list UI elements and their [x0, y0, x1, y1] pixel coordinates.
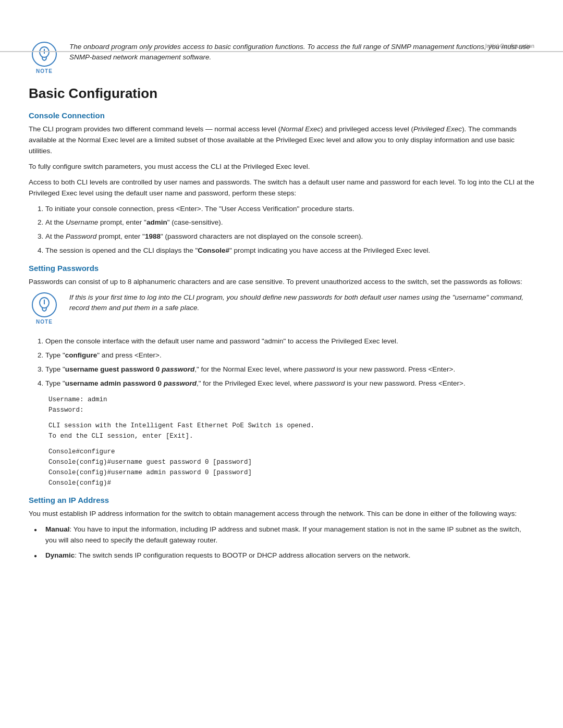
passwords-steps-list: Open the console interface with the defa…	[38, 336, 534, 389]
setting-ip-heading: Setting an IP Address	[29, 496, 534, 504]
setting-ip-para1: You must establish IP address informatio…	[29, 509, 534, 520]
console-para3: Access to both CLI levels are controlled…	[29, 177, 534, 199]
note-icon-wrap-1: NOTE	[29, 42, 60, 74]
setting-passwords-section: Setting Passwords Passwords can consist …	[29, 264, 534, 488]
setting-ip-bullets: Manual: You have to input the informatio…	[34, 524, 534, 561]
page-header: Initial Configuration	[485, 31, 534, 49]
header-section-label: Initial Configuration	[485, 43, 534, 49]
note-text-1: The onboard program only provides access…	[69, 42, 534, 63]
console-steps-list: To initiate your console connection, pre…	[38, 204, 534, 257]
note-label-1: NOTE	[36, 68, 53, 74]
svg-point-5	[44, 300, 45, 301]
passwords-step-2: Type "configure" and press <Enter>.	[45, 350, 534, 361]
passwords-step-4: Type "username admin password 0 password…	[45, 378, 534, 389]
console-para1: The CLI program provides two different c…	[29, 124, 534, 157]
console-step-4: The session is opened and the CLI displa…	[45, 245, 534, 256]
note-icon-2	[32, 292, 57, 317]
code-block-3: Console#configure Console(config)#userna…	[48, 447, 534, 488]
console-step-1: To initiate your console connection, pre…	[45, 204, 534, 215]
top-rule	[0, 51, 563, 52]
svg-point-2	[44, 49, 45, 50]
note-box-2: NOTE If this is your first time to log i…	[29, 292, 534, 325]
note-icon-wrap-2: NOTE	[29, 292, 60, 325]
console-para2: To fully configure switch parameters, yo…	[29, 162, 534, 172]
console-step-3: At the Password prompt, enter "1988" (pa…	[45, 231, 534, 242]
main-content: NOTE The onboard program only provides a…	[29, 31, 534, 561]
passwords-step-1: Open the console interface with the defa…	[45, 336, 534, 347]
code-block-1: Username: admin Password:	[48, 394, 534, 415]
console-connection-heading: Console Connection	[29, 111, 534, 120]
bullet-manual: Manual: You have to input the informatio…	[34, 524, 534, 546]
note-text-2: If this is your first time to log into t…	[69, 292, 534, 314]
passwords-para1: Passwords can consist of up to 8 alphanu…	[29, 277, 534, 288]
setting-ip-section: Setting an IP Address You must establish…	[29, 496, 534, 561]
note-box-1: NOTE The onboard program only provides a…	[29, 42, 534, 74]
setting-passwords-heading: Setting Passwords	[29, 264, 534, 273]
note-label-2: NOTE	[36, 319, 53, 325]
main-heading: Basic Configuration	[29, 85, 534, 102]
bullet-dynamic: Dynamic: The switch sends IP configurati…	[34, 550, 534, 561]
note-icon-1	[32, 42, 57, 67]
code-block-2: CLI session with the Intelligent Fast Et…	[48, 421, 534, 441]
console-step-2: At the Username prompt, enter "admin" (c…	[45, 217, 534, 228]
passwords-step-3: Type "username guest password 0 password…	[45, 364, 534, 375]
console-connection-section: Console Connection The CLI program provi…	[29, 111, 534, 256]
page-container: Initial Configuration NOTE The onboard p…	[0, 31, 563, 728]
